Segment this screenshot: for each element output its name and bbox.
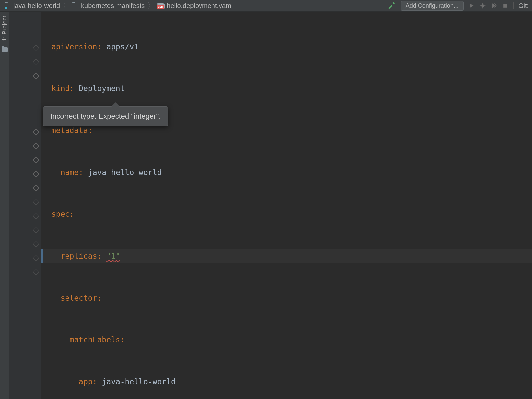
project-folder-icon — [5, 3, 11, 8]
project-tool-window-tab[interactable]: 1: Project — [1, 16, 8, 41]
add-configuration-button[interactable]: Add Configuration... — [401, 1, 464, 11]
error-value: "1" — [106, 252, 120, 260]
files-icon[interactable] — [2, 47, 8, 52]
breadcrumb-folder[interactable]: kubernetes-manifests — [72, 2, 145, 10]
git-label: Git: — [518, 2, 529, 10]
chevron-right-icon: 〉 — [63, 1, 70, 11]
build-icon[interactable] — [387, 1, 396, 11]
debug-icon[interactable] — [479, 2, 486, 9]
breadcrumb-folder-label: kubernetes-manifests — [81, 2, 145, 10]
run-with-coverage-icon[interactable] — [491, 2, 497, 9]
breadcrumb-file[interactable]: YML hello.deployment.yaml — [157, 2, 233, 10]
folder-icon — [72, 3, 79, 8]
stop-icon[interactable] — [502, 2, 509, 9]
toolbar-actions: Add Configuration... Git: — [387, 1, 529, 11]
breadcrumb-project-label: java-hello-world — [13, 2, 60, 10]
editor-gutter[interactable] — [9, 12, 41, 399]
editor-area: apiVersion: apps/v1 kind: Deployment met… — [9, 12, 532, 399]
tooltip-text: Incorrect type. Expected "integer". — [50, 112, 161, 120]
svg-point-0 — [481, 4, 484, 7]
error-line[interactable]: replicas: "1" — [41, 249, 532, 263]
error-gutter-mark — [41, 249, 43, 263]
error-tooltip: Incorrect type. Expected "integer". — [43, 106, 168, 126]
code-text[interactable]: apiVersion: apps/v1 kind: Deployment met… — [41, 12, 532, 399]
svg-rect-1 — [503, 4, 507, 8]
breadcrumb-file-label: hello.deployment.yaml — [167, 2, 233, 10]
run-icon[interactable] — [468, 2, 475, 9]
chevron-right-icon: 〉 — [147, 1, 155, 11]
breadcrumb: java-hello-world 〉 kubernetes-manifests … — [5, 1, 233, 11]
left-tool-stripe: 1: Project — [0, 12, 9, 399]
toolbar-divider — [513, 2, 514, 9]
breadcrumb-project[interactable]: java-hello-world — [5, 2, 60, 10]
yaml-file-icon: YML — [157, 3, 165, 9]
top-navbar: java-hello-world 〉 kubernetes-manifests … — [0, 0, 532, 12]
